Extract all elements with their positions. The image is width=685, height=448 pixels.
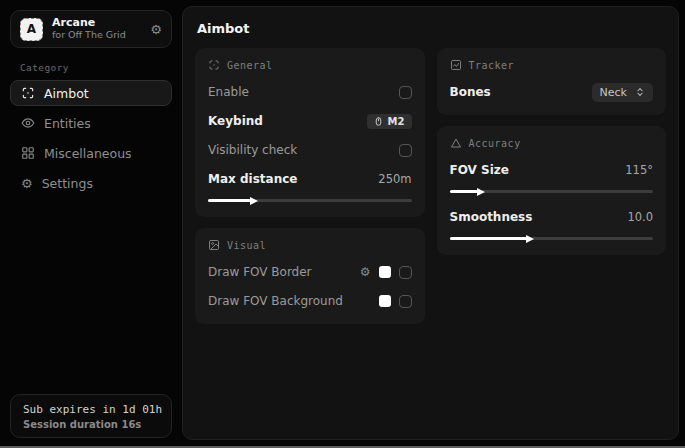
- smoothness-slider[interactable]: [450, 234, 654, 242]
- draw-fov-background-row: Draw FOV Background: [208, 291, 412, 311]
- enable-row: Enable: [208, 82, 412, 102]
- bones-selected-value: Neck: [600, 86, 627, 99]
- page-title: Aimbot: [183, 7, 678, 48]
- main-panel: Aimbot General Enable: [182, 6, 679, 440]
- general-card-title: General: [227, 60, 273, 71]
- tracker-card-title: Tracker: [469, 60, 515, 71]
- enable-label: Enable: [208, 85, 249, 99]
- fov-background-color-swatch[interactable]: [379, 295, 391, 307]
- mouse-icon: [374, 116, 383, 127]
- bones-label: Bones: [450, 85, 491, 99]
- sidebar-item-label: Miscellaneous: [44, 146, 132, 161]
- sidebar-item-label: Aimbot: [44, 86, 89, 101]
- visual-card: Visual Draw FOV Border ⚙ Draw FOV Backgr…: [195, 228, 425, 324]
- bones-select[interactable]: Neck: [592, 83, 653, 102]
- gear-icon: ⚙: [21, 176, 33, 191]
- slider-thumb[interactable]: [250, 197, 258, 205]
- max-distance-slider[interactable]: [208, 196, 412, 204]
- visual-card-title: Visual: [227, 240, 266, 251]
- keybind-label: Keybind: [208, 114, 263, 128]
- fov-size-label: FOV Size: [450, 163, 509, 177]
- draw-fov-border-row: Draw FOV Border ⚙: [208, 262, 412, 282]
- session-info-box: Sub expires in 1d 01h Session duration 1…: [10, 394, 172, 438]
- smoothness-label: Smoothness: [450, 210, 533, 224]
- session-duration-text: Session duration 16s: [23, 419, 159, 430]
- sidebar-item-label: Settings: [42, 176, 93, 191]
- general-crosshair-icon: [208, 59, 220, 71]
- sidebar-item-aimbot[interactable]: Aimbot: [10, 80, 172, 106]
- draw-fov-background-checkbox[interactable]: [399, 295, 412, 308]
- draw-fov-border-label: Draw FOV Border: [208, 265, 312, 279]
- category-label: Category: [20, 62, 172, 73]
- max-distance-label: Max distance: [208, 172, 297, 186]
- draw-fov-background-label: Draw FOV Background: [208, 294, 343, 308]
- slider-thumb[interactable]: [477, 188, 485, 196]
- app-name: Arcane: [52, 17, 141, 30]
- max-distance-value: 250m: [378, 172, 411, 186]
- accuracy-card-title: Accuracy: [469, 138, 521, 149]
- keybind-button[interactable]: M2: [367, 114, 412, 129]
- fov-size-slider[interactable]: [450, 187, 654, 195]
- visibility-check-label: Visibility check: [208, 143, 297, 157]
- smoothness-value: 10.0: [627, 210, 653, 224]
- app-logo-letter: A: [27, 22, 36, 36]
- chevrons-up-down-icon: [635, 87, 645, 97]
- fov-size-value: 115°: [625, 163, 653, 177]
- accuracy-card: Accuracy FOV Size 115° Smoothness 10.0: [437, 126, 667, 255]
- crosshair-icon: [21, 86, 35, 100]
- smoothness-row: Smoothness 10.0: [450, 207, 654, 227]
- draw-fov-border-checkbox[interactable]: [399, 266, 412, 279]
- fov-size-row: FOV Size 115°: [450, 160, 654, 180]
- sidebar-item-miscellaneous[interactable]: Miscellaneous: [10, 140, 172, 166]
- general-card: General Enable Keybind M2: [195, 48, 425, 217]
- tracker-activity-icon: [450, 59, 462, 71]
- sub-expiry-text: Sub expires in 1d 01h: [23, 403, 159, 416]
- visual-image-icon: [208, 239, 220, 251]
- sidebar-item-label: Entities: [44, 116, 91, 131]
- keybind-value: M2: [388, 116, 405, 127]
- app-logo-card: A Arcane for Off The Grid ⚙: [10, 10, 172, 48]
- visibility-check-row: Visibility check: [208, 140, 412, 160]
- app-subtitle: for Off The Grid: [52, 30, 141, 41]
- entities-eye-icon: [21, 116, 35, 130]
- fov-border-color-swatch[interactable]: [379, 266, 391, 278]
- slider-thumb[interactable]: [526, 235, 534, 243]
- bones-row: Bones Neck: [450, 82, 654, 102]
- fov-border-gear-icon[interactable]: ⚙: [360, 266, 371, 278]
- grid-icon: [21, 146, 35, 160]
- max-distance-row: Max distance 250m: [208, 169, 412, 189]
- keybind-row: Keybind M2: [208, 111, 412, 131]
- app-logo: A: [20, 18, 43, 41]
- enable-checkbox[interactable]: [399, 86, 412, 99]
- accuracy-angle-icon: [450, 137, 462, 149]
- sidebar: A Arcane for Off The Grid ⚙ Category Aim…: [0, 0, 182, 446]
- sidebar-item-entities[interactable]: Entities: [10, 110, 172, 136]
- tracker-card: Tracker Bones Neck: [437, 48, 667, 115]
- sidebar-item-settings[interactable]: ⚙ Settings: [10, 170, 172, 196]
- settings-gear-icon[interactable]: ⚙: [150, 22, 162, 37]
- visibility-check-checkbox[interactable]: [399, 144, 412, 157]
